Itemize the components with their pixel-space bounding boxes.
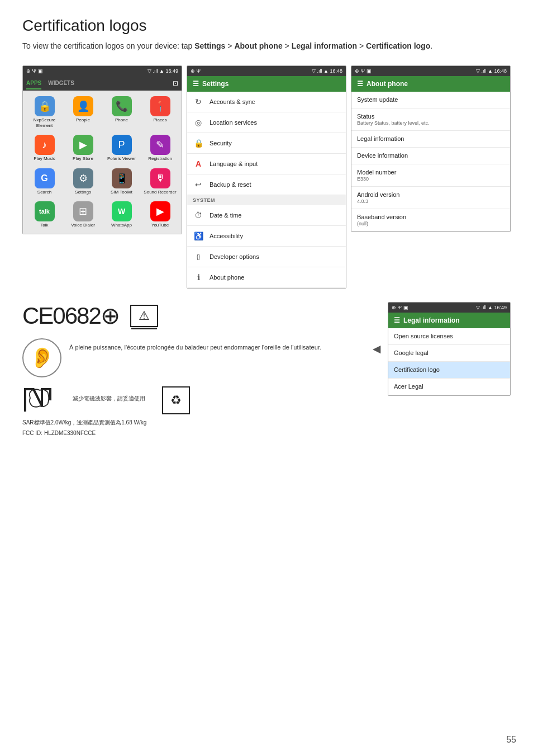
app-label-places: Places	[153, 117, 166, 123]
page-title: Certification logos	[22, 17, 511, 35]
tab-bar: APPS WIDGETS ⊡	[23, 76, 182, 91]
list-item[interactable]: ⚙ Settings	[65, 166, 101, 197]
status-sub: Battery Status, battery level, etc.	[357, 120, 505, 126]
list-item[interactable]: ◎ Location services	[187, 112, 346, 133]
status-icons-2: ⊕ Ψ	[191, 68, 201, 74]
list-item[interactable]: {} Developer options	[187, 247, 346, 267]
list-item[interactable]: 🎙 Sound Recorder	[142, 166, 178, 197]
system-section-label: SYSTEM	[187, 195, 346, 205]
app-icon-settings: ⚙	[73, 168, 93, 188]
tab-widgets[interactable]: WIDGETS	[48, 78, 74, 89]
androidversion-label: Android version	[357, 191, 505, 198]
list-item[interactable]: 🔒 NxpSecure Element	[26, 94, 63, 130]
cert-content: CE0682⊕ ⚠ 👂 À pleine puissance, l'écoute…	[22, 302, 365, 436]
app-icon-polaris: P	[112, 135, 132, 155]
list-item[interactable]: ⏱ Date & time	[187, 205, 346, 226]
list-item[interactable]: ↩ Backup & reset	[187, 174, 346, 195]
about-header-icon: ☰	[357, 80, 363, 88]
status-bar-2: ⊕ Ψ ▽ .ıll ▲ 16:48	[187, 66, 346, 76]
developer-icon: {}	[193, 251, 204, 262]
app-label-settings: Settings	[75, 190, 91, 195]
legal-header-icon: ☰	[394, 316, 400, 324]
list-item[interactable]: Certification logo	[388, 362, 510, 379]
list-item[interactable]: ⊞ Voice Dialer	[65, 199, 101, 230]
settings-header: ☰ Settings	[187, 76, 346, 92]
app-icon-nxp: 🔒	[35, 96, 55, 116]
accounts-icon: ↻	[193, 96, 204, 107]
list-item[interactable]: P Polaris Viewer	[103, 133, 140, 164]
app-icon-voicedialer: ⊞	[73, 201, 93, 221]
hearing-warning-text: À pleine puissance, l'écoute prolongée d…	[69, 338, 321, 352]
app-label-talk: Talk	[40, 223, 48, 228]
app-icon-phone: 📞	[112, 96, 132, 116]
screenshots-row: ⊕ Ψ ▣ ▽ .ıll ▲ 16:49 APPS WIDGETS ⊡ 🔒 Nx…	[22, 65, 511, 289]
list-item[interactable]: 👤 People	[65, 94, 101, 130]
phone-screen-about: ⊕ Ψ ▣ ▽ .ıll ▲ 16:48 ☰ About phone Syste…	[351, 65, 511, 232]
app-icon-search: G	[35, 168, 55, 188]
app-label-search: Search	[37, 190, 51, 195]
phone-screen-settings: ⊕ Ψ ▽ .ıll ▲ 16:48 ☰ Settings ↻ Accounts…	[187, 65, 346, 289]
ce-logo-row: CE0682⊕ ⚠	[22, 302, 365, 329]
list-item[interactable]: Open source licenses	[388, 328, 510, 345]
list-item[interactable]: Model number E330	[351, 164, 510, 187]
list-item[interactable]: 🔒 Security	[187, 133, 346, 154]
list-item[interactable]: Status Battery Status, battery level, et…	[351, 108, 510, 131]
accounts-label: Accounts & sync	[210, 98, 255, 105]
time-1: ▽ .ıll ▲ 16:49	[147, 68, 178, 74]
modelnumber-value: E330	[357, 176, 505, 182]
about-header-title: About phone	[367, 80, 408, 88]
list-item[interactable]: A Language & input	[187, 154, 346, 174]
app-icon-places: 📍	[150, 96, 170, 116]
list-item[interactable]: ▶ YouTube	[142, 199, 178, 230]
list-item[interactable]: ✎ Registration	[142, 133, 178, 164]
legal-list: Open source licenses Google legal Certif…	[388, 328, 510, 395]
intro-paragraph: To view the certification logos on your …	[22, 40, 511, 52]
app-grid: 🔒 NxpSecure Element 👤 People 📞 Phone 📍 P…	[23, 91, 182, 234]
list-item[interactable]: 📱 SIM Toolkit	[103, 166, 140, 197]
tab-apps[interactable]: APPS	[26, 78, 41, 89]
accessibility-icon: ♿	[193, 230, 204, 242]
list-item[interactable]: Acer Legal	[388, 379, 510, 395]
list-item[interactable]: Baseband version (null)	[351, 209, 510, 231]
list-item[interactable]: talk Talk	[26, 199, 63, 230]
grid-icon: ⊡	[173, 79, 178, 87]
about-header: ☰ About phone	[351, 76, 510, 92]
status-icons-3: ⊕ Ψ ▣	[355, 68, 372, 74]
backup-label: Backup & reset	[210, 181, 251, 188]
warning-line	[131, 328, 157, 329]
list-item[interactable]: 📞 Phone	[103, 94, 140, 130]
time-4: ▽ .ıll ▲ 16:49	[476, 305, 507, 310]
deviceinfo-label: Device information	[357, 152, 505, 159]
bottom-section: CE0682⊕ ⚠ 👂 À pleine puissance, l'écoute…	[22, 302, 511, 436]
list-item[interactable]: Android version 4.0.3	[351, 187, 510, 209]
modelnumber-label: Model number	[357, 169, 505, 176]
list-item[interactable]: G Search	[26, 166, 63, 197]
list-item[interactable]: Device information	[351, 148, 510, 164]
hearing-warning-row: 👂 À pleine puissance, l'écoute prolongée…	[22, 338, 365, 377]
status-bar-1: ⊕ Ψ ▣ ▽ .ıll ▲ 16:49	[23, 66, 182, 76]
legalinfo-label: Legal information	[357, 135, 505, 142]
legal-header-title: Legal information	[403, 316, 460, 324]
legal-screen-area: ◄ ⊕ Ψ ▣ ▽ .ıll ▲ 16:49 ☰ Legal informati…	[370, 302, 511, 396]
app-label-registration: Registration	[148, 156, 172, 162]
list-item[interactable]: ♿ Accessibility	[187, 226, 346, 247]
list-item[interactable]: ♪ Play Music	[26, 133, 63, 164]
list-item[interactable]: ℹ About phone	[187, 267, 346, 288]
arrow-left-icon: ◄	[370, 341, 383, 357]
googlelegal-label: Google legal	[394, 349, 505, 356]
list-item[interactable]: ▶ Play Store	[65, 133, 101, 164]
app-label-youtube: YouTube	[151, 223, 169, 228]
androidversion-value: 4.0.3	[357, 199, 505, 204]
list-item[interactable]: Google legal	[388, 345, 510, 362]
list-item[interactable]: System update	[351, 92, 510, 108]
about-list: System update Status Battery Status, bat…	[351, 92, 510, 231]
app-icon-playmusic: ♪	[35, 135, 55, 155]
list-item[interactable]: ↻ Accounts & sync	[187, 92, 346, 112]
list-item[interactable]: 📍 Places	[142, 94, 178, 130]
recycle-icon: ♻	[162, 386, 190, 414]
list-item[interactable]: W WhatsApp	[103, 199, 140, 230]
list-item[interactable]: Legal information	[351, 131, 510, 148]
security-icon: 🔒	[193, 138, 204, 149]
app-label-nxp: NxpSecure Element	[27, 117, 61, 128]
location-label: Location services	[210, 119, 257, 126]
